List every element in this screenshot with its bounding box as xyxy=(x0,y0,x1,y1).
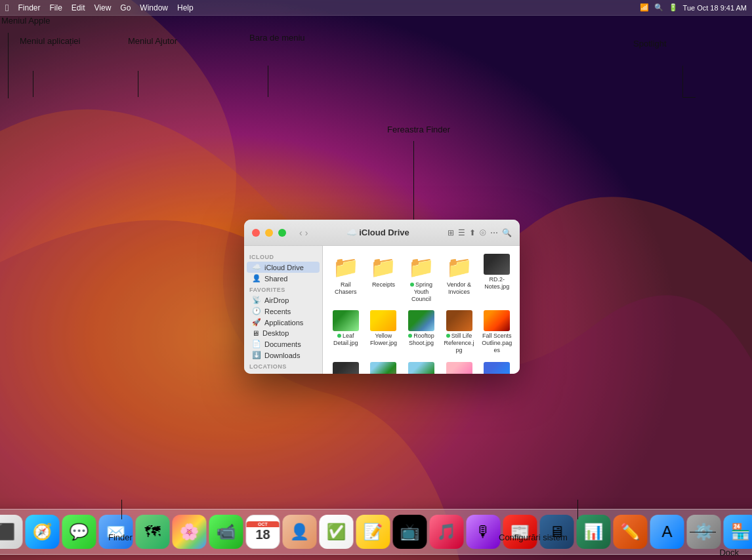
sidebar-item-shared[interactable]: 👤 Shared xyxy=(247,273,320,284)
app-menu-help[interactable]: Help xyxy=(177,3,194,12)
file-item[interactable]: Yellow Flower.jpg xyxy=(366,308,402,356)
messages-icon: 💬 xyxy=(70,523,89,541)
app-menu-go[interactable]: Go xyxy=(120,3,131,12)
file-name: Receipts xyxy=(372,281,395,289)
sidebar-item-desktop[interactable]: 🖥 Desktop xyxy=(247,328,320,338)
nav-forward[interactable]: › xyxy=(305,228,308,238)
icloud-drive-icon: ☁️ xyxy=(252,263,261,271)
image-icon xyxy=(333,310,359,331)
folder-icon: 📁 xyxy=(408,254,434,280)
file-item[interactable]: Lone Pine.jpeg xyxy=(404,359,439,374)
dock-item-calendar[interactable]: OCT18 xyxy=(246,515,280,549)
dock-item-notes[interactable]: 📝 xyxy=(356,515,390,549)
tag-icon[interactable]: ⦾ xyxy=(480,228,486,237)
dock-item-news[interactable]: 📰 xyxy=(503,515,537,549)
sidebar-item-recents[interactable]: 🕐 Recents xyxy=(247,306,320,317)
wifi-icon[interactable]: 📶 xyxy=(640,3,649,12)
dock-item-tv[interactable]: 📺 xyxy=(393,515,427,549)
safari-icon: 🧭 xyxy=(33,523,52,541)
dock-item-music[interactable]: 🎵 xyxy=(430,515,464,549)
tags-section-label: Tags xyxy=(244,371,322,374)
battery-icon[interactable]: 🔋 xyxy=(669,3,678,12)
sidebar-item-applications[interactable]: 🚀 Applications xyxy=(247,317,320,328)
spotlight-icon[interactable]: 🔍 xyxy=(654,3,663,12)
annotation-app-menu: Meniul aplicației xyxy=(20,36,81,47)
maps-icon: 🗺 xyxy=(145,523,161,541)
dock-item-reminders[interactable]: ✅ xyxy=(320,515,354,549)
dock-item-launchpad[interactable]: ⬛ xyxy=(0,515,23,549)
file-name: Still Life Reference.jpg xyxy=(443,332,476,353)
file-item[interactable]: 📁 Receipts xyxy=(366,251,402,305)
menubar-left:  Finder File Edit View Go Window Help xyxy=(5,2,194,13)
dock-item-messages[interactable]: 💬 xyxy=(62,515,96,549)
annotation-line-dock xyxy=(690,532,716,532)
more-icon[interactable]: ⋯ xyxy=(490,228,498,237)
annotation-system-settings: Configurări sistem xyxy=(499,532,568,544)
documents-icon: 📄 xyxy=(252,340,261,348)
file-item[interactable]: Pink.jpeg xyxy=(442,359,477,374)
music-icon: 🎵 xyxy=(437,523,457,541)
dock-item-photos[interactable]: 🌸 xyxy=(173,515,207,549)
share-icon[interactable]: ⬆ xyxy=(469,228,476,237)
folder-icon: 📁 xyxy=(446,254,472,280)
view-list-icon[interactable]: ☰ xyxy=(458,228,465,237)
file-item[interactable]: Rooftop Shoot.jpg xyxy=(404,308,439,356)
dock-item-keynote[interactable]: 🖥 xyxy=(540,515,574,549)
file-item[interactable]: 📁 Spring Youth Council xyxy=(404,251,439,305)
dock-item-facetime[interactable]: 📹 xyxy=(209,515,243,549)
annotation-help-menu: Meniul Ajutor xyxy=(128,36,177,47)
dock-item-contacts[interactable]: 👤 xyxy=(283,515,317,549)
sidebar-item-icloud-drive[interactable]: ☁️ iCloud Drive xyxy=(247,262,320,273)
file-item[interactable]: Mexico City.jpeg xyxy=(366,359,402,374)
file-item[interactable]: Title Cover.jpg xyxy=(328,359,364,374)
window-maximize[interactable] xyxy=(278,229,286,237)
app-menu-view[interactable]: View xyxy=(94,3,112,12)
file-item[interactable]: Leaf Detail.jpg xyxy=(328,308,364,356)
annotation-apple-menu: Meniul Apple xyxy=(1,16,50,27)
file-item[interactable]: Still Life Reference.jpg xyxy=(442,308,477,356)
finder-toolbar: ⊞ ☰ ⬆ ⦾ ⋯ 🔍 xyxy=(448,228,512,237)
file-item[interactable]: Skater.jpeg xyxy=(479,359,514,374)
pages-icon: ✏️ xyxy=(621,523,640,541)
sidebar-item-downloads[interactable]: ⬇️ Downloads xyxy=(247,350,320,361)
search-button[interactable]: 🔍 xyxy=(502,228,512,237)
finder-sidebar: iCloud ☁️ iCloud Drive 👤 Shared Favorite… xyxy=(244,246,323,374)
dock-item-appstore[interactable]: A xyxy=(650,515,684,549)
finder-body: iCloud ☁️ iCloud Drive 👤 Shared Favorite… xyxy=(244,246,520,374)
dock-item-store[interactable]: 🏪 xyxy=(724,515,753,549)
app-menu-window[interactable]: Window xyxy=(140,3,168,12)
window-close[interactable] xyxy=(252,229,260,237)
dock-item-mail[interactable]: ✉️ xyxy=(99,515,133,549)
sidebar-item-documents[interactable]: 📄 Documents xyxy=(247,338,320,350)
dock-item-podcasts[interactable]: 🎙 xyxy=(467,515,501,549)
annotation-line-apple xyxy=(8,33,9,98)
finder-nav: ‹ › xyxy=(299,228,308,238)
annotation-line-finder-window xyxy=(413,141,414,220)
file-item[interactable]: 📁 Vendor & Invoices xyxy=(442,251,477,305)
datetime-display[interactable]: Tue Oct 18 9:41 AM xyxy=(683,4,747,12)
nav-back[interactable]: ‹ xyxy=(299,228,303,238)
app-menu-finder[interactable]: Finder xyxy=(18,3,40,12)
launchpad-icon: ⬛ xyxy=(0,523,16,541)
view-grid-icon[interactable]: ⊞ xyxy=(448,228,454,237)
app-menu-file[interactable]: File xyxy=(50,3,62,12)
dock-item-numbers[interactable]: 📊 xyxy=(577,515,611,549)
file-item[interactable]: Fall Scents Outline.pages xyxy=(479,308,514,356)
file-dot xyxy=(337,334,341,338)
file-name: Rooftop Shoot.jpg xyxy=(405,332,438,347)
desktop-icon: 🖥 xyxy=(252,329,259,337)
sidebar-item-airdrop[interactable]: 📡 AirDrop xyxy=(247,294,320,306)
file-item[interactable]: 📁 Rail Chasers xyxy=(328,251,364,305)
annotation-line-spotlight xyxy=(682,66,683,97)
dock-item-safari[interactable]: 🧭 xyxy=(26,515,60,549)
dock-item-pages[interactable]: ✏️ xyxy=(614,515,648,549)
file-item[interactable]: RD.2-Notes.jpg xyxy=(479,251,514,305)
image-icon xyxy=(408,362,434,374)
apple-menu[interactable]:  xyxy=(5,2,9,13)
file-name: Vendor & Invoices xyxy=(443,281,476,296)
app-menu-edit[interactable]: Edit xyxy=(72,3,85,12)
window-minimize[interactable] xyxy=(265,229,273,237)
image-icon xyxy=(484,254,510,275)
finder-titlebar: ‹ › ☁️ iCloud Drive ⊞ ☰ ⬆ ⦾ ⋯ 🔍 xyxy=(244,220,520,246)
dock-item-maps[interactable]: 🗺 xyxy=(136,515,170,549)
